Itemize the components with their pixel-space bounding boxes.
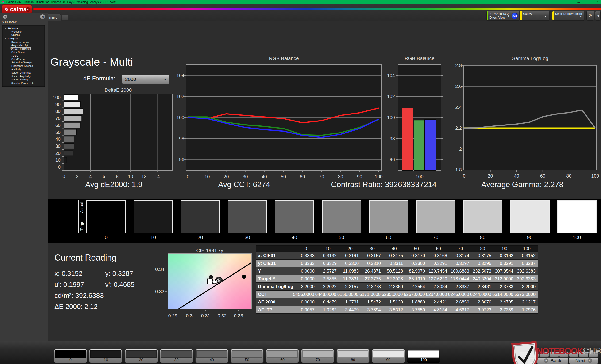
sidebar-item-dynamic-range[interactable]: Dynamic Range xyxy=(2,40,45,44)
tick-label: 8 xyxy=(116,174,119,179)
table-cell: 0.3300 xyxy=(405,260,427,267)
reading-x: x: 0.3152 xyxy=(54,270,82,278)
pattern-patch-20[interactable]: 20 xyxy=(125,349,158,363)
pattern-patch-0[interactable]: 0 xyxy=(54,349,87,363)
sidebar-item-grayscale-multi[interactable]: Grayscale - Multi xyxy=(2,47,45,51)
current-reading-title: Current Reading xyxy=(54,253,116,263)
pattern-control-button[interactable] xyxy=(589,351,598,357)
table-row: CCT5456.00006448.00006158.00006171.00006… xyxy=(256,291,538,298)
table-cell: 0.0000 xyxy=(295,275,317,282)
sidebar-item-screen-angularity[interactable]: Screen Angularity xyxy=(2,74,45,78)
pattern-control-button[interactable] xyxy=(559,351,569,357)
tick-label: 0.32 xyxy=(218,313,227,318)
table-header-row: 0102030405060708090100 xyxy=(256,246,538,252)
sidebar-item-luminance-sweeps[interactable]: Luminance Sweeps xyxy=(2,64,45,68)
pattern-control-button[interactable] xyxy=(569,351,579,357)
deltae-bar-30 xyxy=(64,143,74,149)
sidebar-item-saturation-sweeps[interactable]: Saturation Sweeps xyxy=(2,61,45,64)
source-dropdown[interactable]: Source ▼ xyxy=(520,11,549,21)
measured-point-0 xyxy=(242,275,246,279)
meter-dropdown[interactable]: X-Rite i1Pro 2 Direct View ▼ 238 xyxy=(486,11,519,21)
logo-menu-chevron-icon[interactable]: ▼ xyxy=(26,7,30,12)
pattern-patch-70[interactable]: 70 xyxy=(301,349,334,363)
sidebar-item-color-gamut[interactable]: Color Gamut xyxy=(2,50,45,54)
pattern-control-button[interactable] xyxy=(520,351,529,357)
calman-logo-button[interactable]: ❖ calman ▼ xyxy=(2,4,32,14)
pattern-patch-50[interactable]: 50 xyxy=(230,349,264,363)
sidebar-item-colorchecker[interactable]: ColorChecker xyxy=(2,57,45,61)
patch-level-label: 10 xyxy=(90,358,122,362)
category-label: 90 xyxy=(55,102,60,107)
sidebar-item-screen-stability[interactable]: Screen Stability xyxy=(2,78,45,81)
patch-color-fill xyxy=(161,350,192,358)
table-cell: 0.3333 xyxy=(295,252,317,259)
category-label: 100 xyxy=(53,95,60,100)
stat-avg-de2000: Avg dE2000: 1.9 xyxy=(66,180,162,191)
minimize-button[interactable]: — xyxy=(577,1,581,3)
collapse-panel-button[interactable]: ◀ xyxy=(595,11,601,21)
sidebar-item-screen-uniformity[interactable]: Screen Uniformity xyxy=(2,71,45,75)
add-tab-button[interactable]: + xyxy=(62,15,68,20)
pattern-patch-40[interactable]: 40 xyxy=(195,349,229,363)
table-cell: 0.3187 xyxy=(361,252,383,259)
sidebar-item-label: Luminance Sweeps xyxy=(10,65,34,67)
category-label: 100 xyxy=(416,174,423,179)
table-row-label: x: CIE31 xyxy=(256,252,295,259)
sidebar-item-3d-lut[interactable]: 3D LUT xyxy=(2,54,45,57)
table-cell: 0.3191 xyxy=(339,252,361,259)
sidebar-item-label: Screen Stability xyxy=(10,78,29,81)
patch-level-label: 90 xyxy=(372,358,405,362)
column-header: 50 xyxy=(405,246,427,251)
table-cell: 0.4479 xyxy=(317,298,339,306)
grayscale-swatch-0 xyxy=(86,200,126,233)
pattern-patch-100[interactable]: 100 xyxy=(407,349,440,363)
pattern-patch-90[interactable]: 90 xyxy=(372,349,405,363)
tree-expander-icon[interactable]: ◢ xyxy=(5,38,7,39)
column-header: 30 xyxy=(361,246,383,251)
patch-color-fill xyxy=(232,350,262,358)
patch-color-fill xyxy=(55,350,86,358)
table-cell: 0.0057 xyxy=(295,306,317,313)
tree-expander-icon[interactable]: ◢ xyxy=(5,27,7,29)
display-control-dropdown[interactable]: Direct Display Control ▼ xyxy=(552,11,584,21)
pattern-control-button[interactable] xyxy=(540,351,549,357)
maximize-button[interactable]: ▢ xyxy=(586,0,590,3)
pattern-control-button[interactable] xyxy=(530,351,539,357)
pattern-patch-80[interactable]: 80 xyxy=(336,349,370,363)
sidebar-item-additivity[interactable]: Additivity xyxy=(2,67,45,71)
next-button[interactable]: Next » xyxy=(569,357,598,364)
tick-label: 98 xyxy=(390,136,395,141)
pattern-patch-60[interactable]: 60 xyxy=(266,349,299,363)
table-row-label: Target Y xyxy=(256,275,295,282)
table-cell: 1.5472 xyxy=(361,298,383,306)
sidebar-item-options[interactable]: Options xyxy=(2,33,45,37)
sidebar-collapse-button[interactable]: ◀ xyxy=(40,14,45,19)
pattern-patch-30[interactable]: 30 xyxy=(160,349,193,363)
settings-button[interactable]: ⚙ xyxy=(586,11,594,21)
tick-label: 102 xyxy=(177,94,184,99)
sidebar-item-welcome[interactable]: ◢Welcome xyxy=(2,27,45,30)
grayscale-swatch-80 xyxy=(463,200,502,233)
close-button[interactable]: ✕ xyxy=(595,0,600,3)
pattern-control-button[interactable] xyxy=(549,351,559,357)
rgb-line-title: RGB Balance xyxy=(186,56,381,61)
category-label: 80 xyxy=(55,109,60,114)
sidebar-item-label: Welcome xyxy=(10,30,22,33)
sidebar-item-welcome[interactable]: Welcome xyxy=(2,30,45,34)
sidebar-item-spectral-power-dist-[interactable]: Spectral Power Dist. xyxy=(2,81,45,85)
tick-label: 80 xyxy=(338,174,343,179)
sidebar-item-grayscale-2pt[interactable]: Grayscale - 2pt xyxy=(2,44,45,47)
table-cell: 2.3337 xyxy=(450,283,472,290)
sidebar-item-analysis[interactable]: ◢Analysis xyxy=(2,37,45,40)
sidebar-knob-button[interactable] xyxy=(3,15,7,19)
back-button[interactable]: « Back xyxy=(537,357,568,364)
meter-count-badge: 238 xyxy=(511,13,518,19)
spectrum-gradient-strip xyxy=(33,8,601,10)
gamma-line-svg: 1.822.22.42.62.8020406080100 xyxy=(451,56,601,182)
tab-history-1[interactable]: History 1 xyxy=(47,14,61,21)
pattern-patch-10[interactable]: 10 xyxy=(89,349,122,363)
pattern-control-button[interactable] xyxy=(579,351,588,357)
de-formula-dropdown[interactable]: 2000 ▼ xyxy=(122,75,170,84)
blank-pattern-button[interactable] xyxy=(528,357,536,364)
table-cell: 2.3084 xyxy=(427,283,449,290)
